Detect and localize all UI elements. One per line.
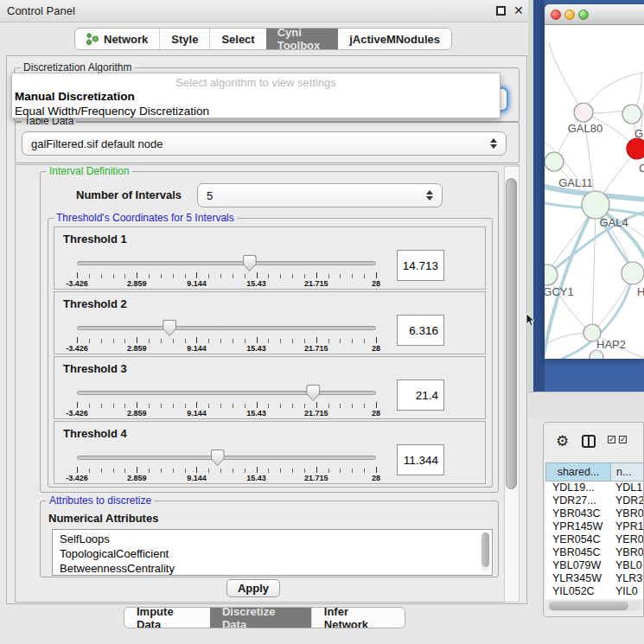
threshold-2-scale: -3.4262.8599.14415.4321.71528 xyxy=(77,344,376,353)
table-row[interactable]: YDL19...YDL1 xyxy=(545,481,644,494)
tab-select[interactable]: Select xyxy=(209,29,265,49)
threshold-3-scale: -3.4262.8599.14415.4321.71528 xyxy=(77,409,376,418)
node-gal4[interactable] xyxy=(582,191,609,219)
tab-style[interactable]: Style xyxy=(159,29,209,49)
numerical-attributes-label: Numerical Attributes xyxy=(48,512,158,525)
table-row[interactable]: YDR27...YDR2 xyxy=(545,494,644,507)
slider-thumb[interactable] xyxy=(163,320,176,336)
bottom-tab-bar: Impute Data Discretize Data Infer Networ… xyxy=(124,607,405,628)
list-item[interactable]: TopologicalCoefficient xyxy=(60,547,169,560)
tab-cyni-toolbox[interactable]: Cyni Toolbox xyxy=(266,29,339,49)
list-item[interactable]: SelfLoops xyxy=(60,532,110,545)
popup-placeholder-option[interactable]: Select algorithm to view settings xyxy=(12,76,500,89)
table-row[interactable]: YPR145WYPR1 xyxy=(545,520,644,533)
table-row[interactable]: YBL079WYBL0 xyxy=(545,559,644,572)
minimize-traffic-light-icon[interactable] xyxy=(564,10,575,20)
table-body[interactable]: YDL19...YDL1 YDR27...YDR2 YBR043CYBR0 YP… xyxy=(545,481,644,599)
node-red-selected[interactable] xyxy=(627,138,644,159)
interval-definition-label: Interval Definition xyxy=(47,165,132,177)
tab-network-label: Network xyxy=(104,33,148,46)
table-row[interactable]: YER054CYER0 xyxy=(545,533,644,546)
node-right-mid[interactable] xyxy=(622,262,644,284)
table-row[interactable]: YIL052CYIL0 xyxy=(545,585,644,598)
node-gal80[interactable] xyxy=(574,103,593,122)
number-of-intervals-combo[interactable]: 5 xyxy=(197,183,443,207)
threshold-4-value-field[interactable] xyxy=(397,444,444,475)
threshold-3-box: Threshold 3 -3.4262.8599.14415.4321.7152… xyxy=(54,356,486,419)
attributes-group-label: Attributes to discretize xyxy=(47,494,154,507)
combo-spinner-icon xyxy=(425,189,433,201)
list-scrollbar[interactable] xyxy=(481,532,490,571)
checkbox-icon[interactable]: ✓ xyxy=(619,436,627,443)
tab-network[interactable]: Network xyxy=(75,29,159,49)
threshold-4-slider[interactable] xyxy=(77,448,376,469)
slider-thumb[interactable] xyxy=(306,385,320,401)
threshold-2-label: Threshold 2 xyxy=(63,297,127,310)
table-data-combo[interactable]: galFiltered.sif default node xyxy=(22,131,507,156)
list-item[interactable]: BetweennessCentrality xyxy=(60,562,175,575)
slider-thumb[interactable] xyxy=(243,255,257,271)
node-label-c: C xyxy=(639,162,644,175)
slider-thumb[interactable] xyxy=(211,450,225,466)
node-top-right[interactable] xyxy=(622,105,641,124)
zoom-traffic-light-icon[interactable] xyxy=(578,10,589,20)
apply-button[interactable]: Apply xyxy=(226,579,280,597)
table-row[interactable]: YBR043CYBR0 xyxy=(545,507,644,520)
main-scrollbar-thumb[interactable] xyxy=(506,178,517,489)
node-label-gcy1: GCY1 xyxy=(545,285,574,298)
control-panel-titlebar: Control Panel ✕ xyxy=(0,0,533,22)
network-icon xyxy=(86,32,99,46)
numerical-attributes-list[interactable]: SelfLoops TopologicalCoefficient Between… xyxy=(52,529,493,576)
table-data-value: galFiltered.sif default node xyxy=(31,137,489,150)
column-header-shared-name[interactable]: shared... xyxy=(545,462,611,481)
node-label-h: H xyxy=(637,285,644,298)
table-panel-bar: Table Panel xyxy=(528,392,644,419)
close-traffic-light-icon[interactable] xyxy=(551,10,561,20)
threshold-4-box: Threshold 4 -3.4262.8599.14415.4321.7152… xyxy=(54,421,486,484)
tab-infer-network[interactable]: Infer Network xyxy=(311,608,405,628)
threshold-3-slider[interactable] xyxy=(77,383,376,404)
panel-title: Control Panel xyxy=(7,4,75,17)
threshold-2-value-field[interactable] xyxy=(397,315,444,346)
table-row[interactable]: YLR345WYLR3 xyxy=(545,572,644,585)
threshold-1-scale: -3.4262.8599.14415.4321.71528 xyxy=(77,279,376,288)
algorithm-dropdown-popup: Select algorithm to view settings Manual… xyxy=(11,73,501,118)
close-icon[interactable]: ✕ xyxy=(513,3,524,17)
column-header-name[interactable]: n... xyxy=(611,462,644,481)
popup-option-equal-width[interactable]: Equal Width/Frequency Discretization xyxy=(15,105,209,118)
node-bottom[interactable] xyxy=(590,350,603,359)
threshold-2-box: Threshold 2 -3.4262.8599.14415.4321.7152… xyxy=(54,291,486,354)
number-of-intervals-label: Number of Intervals xyxy=(76,188,182,201)
mouse-cursor xyxy=(526,314,536,328)
tab-discretize-data[interactable]: Discretize Data xyxy=(210,608,311,628)
discretization-algorithm-label: Discretization Algorithm xyxy=(21,61,134,73)
node-label-gal80: GAL80 xyxy=(568,122,603,135)
gear-icon[interactable]: ⚙ xyxy=(556,432,569,450)
popup-option-manual[interactable]: Manual Discretization xyxy=(15,90,135,103)
network-canvas[interactable]: GAL80 G. C GAL11 GAL4 GCY1 H HAP2 xyxy=(545,25,644,359)
node-label-hap2: HAP2 xyxy=(596,338,626,351)
threshold-1-value-field[interactable] xyxy=(397,250,444,281)
top-tab-bar: Network Style Select Cyni Toolbox jActiv… xyxy=(74,28,452,50)
network-view-window: GAL80 G. C GAL11 GAL4 GCY1 H HAP2 xyxy=(545,4,644,359)
node-label-gal4: GAL4 xyxy=(599,216,628,229)
threshold-1-slider[interactable] xyxy=(77,253,376,274)
threshold-3-label: Threshold 3 xyxy=(63,362,127,375)
split-columns-icon[interactable] xyxy=(582,435,596,448)
threshold-2-slider[interactable] xyxy=(77,318,376,339)
threshold-4-label: Threshold 4 xyxy=(63,427,127,440)
threshold-3-value-field[interactable] xyxy=(397,379,444,411)
combo-spinner-icon xyxy=(489,137,497,150)
table-header-row: shared... n... xyxy=(545,462,644,481)
node-label-g: G. xyxy=(634,127,644,140)
checkbox-icon[interactable]: ✓ xyxy=(608,436,615,443)
table-horizontal-scrollbar[interactable] xyxy=(547,601,641,611)
node-gal11[interactable] xyxy=(545,152,564,171)
table-row[interactable]: YBR045CYBR0 xyxy=(545,546,644,559)
tab-jactivemnodules[interactable]: jActiveMNodules xyxy=(338,29,451,49)
float-window-icon[interactable] xyxy=(496,6,506,16)
number-of-intervals-value: 5 xyxy=(207,189,425,202)
table-panel-window: ⚙ ✓ ✓ shared... n... YDL19...YDL1 YDR27.… xyxy=(543,422,644,617)
tab-impute-data[interactable]: Impute Data xyxy=(124,608,210,628)
network-window-titlebar[interactable] xyxy=(545,4,644,25)
